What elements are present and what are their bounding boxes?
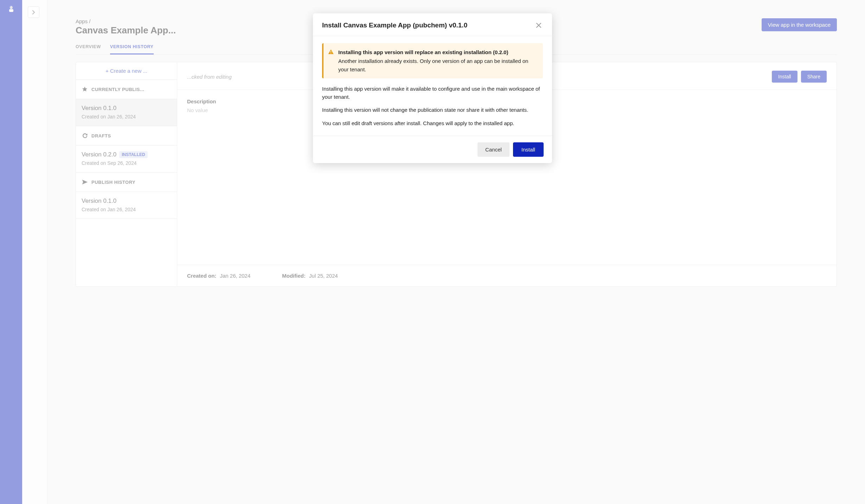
close-icon — [536, 22, 542, 28]
svg-rect-4 — [331, 51, 331, 53]
modal-paragraph-2: Installing this version will not change … — [322, 106, 543, 114]
modal-cancel-button[interactable]: Cancel — [478, 142, 510, 157]
install-modal: Install Canvas Example App (pubchem) v0.… — [313, 13, 552, 163]
warning-heading: Installing this app version will replace… — [338, 48, 537, 56]
modal-close-button[interactable] — [534, 21, 543, 30]
warning-icon — [328, 49, 334, 73]
modal-install-button[interactable]: Install — [513, 142, 544, 157]
warning-body: Another installation already exists. Onl… — [338, 57, 537, 73]
warning-banner: Installing this app version will replace… — [322, 43, 543, 78]
modal-paragraph-3: You can still edit draft versions after … — [322, 119, 543, 127]
modal-overlay[interactable]: Install Canvas Example App (pubchem) v0.… — [0, 0, 865, 504]
modal-title: Install Canvas Example App (pubchem) v0.… — [322, 21, 467, 29]
modal-paragraph-1: Installing this app version will make it… — [322, 85, 543, 101]
svg-rect-5 — [331, 53, 331, 54]
